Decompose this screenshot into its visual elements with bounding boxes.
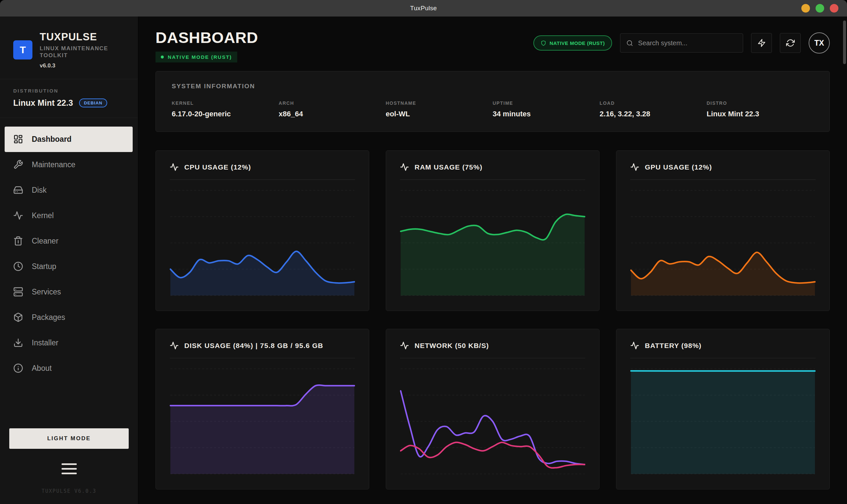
battery-chart bbox=[630, 366, 816, 475]
hard-drive-icon bbox=[13, 185, 23, 195]
refresh-button[interactable] bbox=[780, 33, 801, 53]
app-logo: T TUXPULSE LINUX MAINTENANCE TOOLKIT v6.… bbox=[0, 17, 138, 79]
download-icon bbox=[13, 338, 23, 348]
charts-grid: CPU USAGE (12%) RAM USAGE (75%) GPU USAG… bbox=[156, 150, 830, 489]
sidebar-item-label: Installer bbox=[32, 338, 58, 347]
titlebar: TuxPulse bbox=[0, 0, 847, 17]
network-chart bbox=[400, 366, 585, 475]
sidebar-item-services[interactable]: Services bbox=[5, 279, 133, 305]
distribution-name: Linux Mint 22.3 bbox=[13, 98, 73, 108]
network-card: NETWORK (50 KB/S) bbox=[386, 329, 600, 489]
battery-card: BATTERY (98%) bbox=[616, 329, 830, 489]
sysinfo-field-arch: ARCH x86_64 bbox=[279, 101, 385, 118]
sidebar-item-disk[interactable]: Disk bbox=[5, 178, 133, 203]
page-header: DASHBOARD NATIVE MODE (RUST) NATIVE MODE… bbox=[156, 29, 830, 62]
app-name: TUXPULSE bbox=[40, 31, 116, 43]
sidebar-item-label: Packages bbox=[32, 313, 65, 322]
server-icon bbox=[13, 287, 23, 297]
refresh-icon bbox=[786, 39, 795, 47]
app-window: TuxPulse T TUXPULSE LINUX MAINTENANCE TO… bbox=[0, 0, 847, 504]
pulse-icon bbox=[630, 163, 639, 172]
pulse-icon bbox=[630, 341, 639, 350]
activity-icon bbox=[13, 211, 23, 220]
sidebar-item-packages[interactable]: Packages bbox=[5, 305, 133, 330]
lightning-icon bbox=[757, 39, 766, 47]
sidebar-item-label: Maintenance bbox=[32, 160, 75, 169]
sidebar-item-maintenance[interactable]: Maintenance bbox=[5, 152, 133, 178]
cpu-usage-card: CPU USAGE (12%) bbox=[156, 150, 369, 311]
sidebar-item-kernel[interactable]: Kernel bbox=[5, 203, 133, 228]
sysinfo-field-uptime: UPTIME 34 minutes bbox=[492, 101, 600, 118]
chart-title: DISK USAGE (84%) | 75.8 GB / 95.6 GB bbox=[184, 342, 323, 350]
dashboard-grid-icon bbox=[13, 134, 23, 144]
sidebar-item-installer[interactable]: Installer bbox=[5, 330, 133, 356]
gpu-usage-card: GPU USAGE (12%) bbox=[616, 150, 830, 311]
sidebar-item-label: Cleaner bbox=[32, 237, 58, 246]
window-controls bbox=[801, 0, 839, 17]
pulse-icon bbox=[400, 341, 409, 350]
system-information-title: SYSTEM INFORMATION bbox=[172, 83, 814, 90]
sidebar-item-about[interactable]: About bbox=[5, 356, 133, 381]
search-input[interactable] bbox=[638, 39, 737, 47]
pulse-icon bbox=[170, 163, 179, 172]
sidebar: T TUXPULSE LINUX MAINTENANCE TOOLKIT v6.… bbox=[0, 17, 138, 504]
disk-usage-chart bbox=[170, 366, 355, 475]
sysinfo-field-hostname: HOSTNAME eol-WL bbox=[386, 101, 492, 118]
disk-usage-card: DISK USAGE (84%) | 75.8 GB / 95.6 GB bbox=[156, 329, 369, 489]
native-mode-badge: NATIVE MODE (RUST) bbox=[156, 52, 237, 62]
sidebar-nav: Dashboard Maintenance Disk Kernel Cleane… bbox=[0, 118, 138, 381]
ram-usage-card: RAM USAGE (75%) bbox=[386, 150, 600, 311]
window-button-green[interactable] bbox=[816, 4, 824, 13]
gpu-usage-chart bbox=[630, 188, 816, 297]
chart-title: RAM USAGE (75%) bbox=[415, 163, 482, 171]
sysinfo-field-kernel: KERNEL 6.17.0-20-generic bbox=[172, 101, 279, 118]
chart-title: NETWORK (50 KB/S) bbox=[415, 342, 489, 350]
window-title: TuxPulse bbox=[410, 5, 437, 12]
app-subtitle: LINUX MAINTENANCE TOOLKIT bbox=[40, 45, 116, 59]
ram-usage-chart bbox=[400, 188, 585, 297]
chart-title: GPU USAGE (12%) bbox=[645, 163, 712, 171]
sidebar-footer-version: TUXPULSE V6.0.3 bbox=[0, 488, 138, 494]
chart-title: BATTERY (98%) bbox=[645, 342, 702, 350]
scrollbar-thumb[interactable] bbox=[843, 20, 846, 64]
sidebar-item-cleaner[interactable]: Cleaner bbox=[5, 228, 133, 254]
main-content: DASHBOARD NATIVE MODE (RUST) NATIVE MODE… bbox=[138, 17, 847, 504]
trash-icon bbox=[13, 236, 23, 246]
distribution-label: DISTRIBUTION bbox=[13, 88, 125, 93]
window-button-red[interactable] bbox=[830, 4, 839, 13]
hamburger-menu-icon[interactable] bbox=[62, 463, 77, 474]
cpu-usage-chart bbox=[170, 188, 355, 297]
pulse-icon bbox=[170, 341, 179, 350]
distribution-section: DISTRIBUTION Linux Mint 22.3 DEBIAN bbox=[0, 79, 138, 118]
sidebar-item-startup[interactable]: Startup bbox=[5, 254, 133, 279]
chart-title: CPU USAGE (12%) bbox=[184, 163, 251, 171]
quick-actions-button[interactable] bbox=[751, 33, 772, 53]
sidebar-item-label: Kernel bbox=[32, 211, 54, 220]
sidebar-item-dashboard[interactable]: Dashboard bbox=[5, 127, 133, 152]
sysinfo-field-distro: DISTRO Linux Mint 22.3 bbox=[707, 101, 814, 118]
window-button-yellow[interactable] bbox=[801, 4, 810, 13]
sidebar-item-label: Dashboard bbox=[32, 135, 71, 144]
sidebar-item-label: Services bbox=[32, 288, 61, 296]
system-information-card: SYSTEM INFORMATION KERNEL 6.17.0-20-gene… bbox=[156, 71, 830, 132]
user-avatar[interactable]: TX bbox=[809, 32, 830, 54]
sidebar-item-label: Disk bbox=[32, 186, 47, 195]
pulse-icon bbox=[400, 163, 409, 172]
sysinfo-field-load: LOAD 2.16, 3.22, 3.28 bbox=[600, 101, 706, 118]
sidebar-item-label: About bbox=[32, 364, 52, 373]
search-icon bbox=[626, 39, 633, 47]
search-box bbox=[620, 33, 743, 53]
shield-icon bbox=[541, 40, 546, 46]
info-icon bbox=[13, 363, 23, 373]
status-dot-icon bbox=[161, 55, 164, 58]
wrench-icon bbox=[13, 160, 23, 169]
page-title: DASHBOARD bbox=[156, 29, 258, 47]
native-mode-pill[interactable]: NATIVE MODE (RUST) bbox=[533, 35, 612, 51]
sidebar-item-label: Startup bbox=[32, 262, 56, 271]
logo-icon: T bbox=[13, 40, 32, 59]
package-icon bbox=[13, 312, 23, 322]
clock-icon bbox=[13, 262, 23, 271]
app-version: v6.0.3 bbox=[40, 62, 116, 69]
distribution-badge: DEBIAN bbox=[79, 98, 107, 107]
light-mode-button[interactable]: LIGHT MODE bbox=[9, 428, 129, 449]
